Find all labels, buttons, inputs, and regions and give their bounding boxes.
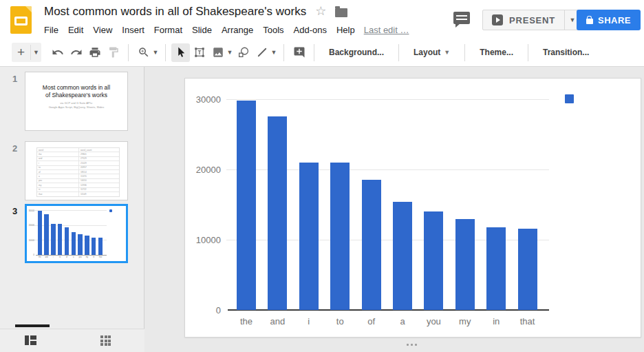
new-slide-button[interactable]: +: [12, 43, 30, 62]
slide-row-2: 2 wordword_countthe29801and27529i21029to…: [0, 141, 144, 205]
line-dropdown[interactable]: ▼: [270, 50, 278, 56]
present-button[interactable]: PRESENT: [483, 10, 564, 30]
table-cell: i: [37, 162, 78, 165]
filmstrip-scroll-indicator[interactable]: [15, 324, 50, 327]
x-axis-category-label: you: [418, 316, 449, 327]
new-slide-dropdown[interactable]: ▼: [31, 43, 41, 62]
menu-bar: FileEditViewInsertFormatSlideArrangeTool…: [39, 23, 409, 37]
transition-button[interactable]: Transition...: [534, 48, 598, 57]
zoom-dropdown[interactable]: ▼: [151, 50, 160, 56]
comments-button[interactable]: [453, 12, 471, 29]
menu-file[interactable]: File: [39, 23, 63, 37]
chart-bar-and: [268, 116, 287, 310]
zoom-button[interactable]: [134, 43, 153, 62]
chart-bar-in: [92, 238, 96, 255]
menu-format[interactable]: Format: [149, 23, 187, 37]
menu-edit[interactable]: Edit: [63, 23, 88, 37]
thumb1-subtitle: via GCP and G Suite APIs: Google Apps Sc…: [25, 101, 127, 109]
bubble-line: [456, 15, 467, 17]
speaker-notes-handle[interactable]: [407, 344, 417, 346]
share-button[interactable]: SHARE: [577, 10, 641, 30]
grid-view-button[interactable]: [100, 335, 111, 346]
paint-format-icon: [107, 46, 120, 59]
table-cell: and: [37, 157, 78, 160]
zoom-icon: [138, 46, 150, 59]
redo-button[interactable]: [67, 43, 85, 62]
slide-row-1: 1 Most common words in all of Shakespear…: [0, 72, 144, 135]
x-axis-category-label: to: [325, 316, 356, 327]
table-cell: to: [37, 166, 78, 169]
toolbar-separator: [283, 44, 284, 61]
slide-thumbnail-3-selected[interactable]: 0100002000030000theanditoofayoumyinthat: [25, 204, 128, 263]
x-axis-category-label: my: [84, 256, 91, 258]
chart-bar-you: [424, 211, 443, 310]
thumb3-mini-chart: 0100002000030000theanditoofayoumyinthat: [27, 206, 126, 261]
view-switcher-bar: [0, 329, 144, 352]
table-cell: 20957: [78, 166, 119, 169]
toolbar-text-buttons: Background...Layout▼Theme...Transition..…: [320, 44, 598, 61]
menu-addons[interactable]: Add-ons: [289, 23, 332, 37]
insert-image-button[interactable]: [208, 43, 227, 62]
document-title[interactable]: Most common words in all of Shakespeare'…: [44, 5, 306, 19]
menu-tools[interactable]: Tools: [258, 23, 288, 37]
chart-bar-in: [486, 227, 506, 310]
folder-icon[interactable]: [335, 8, 347, 17]
add-comment-button[interactable]: [290, 43, 308, 62]
table-cell: 11549: [78, 192, 119, 196]
background-button[interactable]: Background...: [320, 48, 393, 57]
y-axis-tick-label: 30000: [27, 209, 34, 212]
last-edit-link[interactable]: Last edit …: [364, 25, 409, 35]
bar-chart[interactable]: 0100002000030000theanditoofayoumyinthat: [185, 79, 641, 337]
table-cell: my: [37, 184, 78, 187]
layout-button[interactable]: Layout▼: [405, 48, 459, 57]
table-row: that11549: [37, 192, 119, 196]
x-axis-category-label: a: [387, 316, 418, 327]
menu-slide[interactable]: Slide: [187, 23, 217, 37]
print-button[interactable]: [85, 43, 104, 62]
toolbar-separator: [398, 44, 399, 61]
image-dropdown[interactable]: ▼: [226, 50, 234, 56]
slide-thumbnail-1[interactable]: Most common words in all of Shakespeare'…: [25, 72, 128, 131]
insert-line-button[interactable]: [253, 43, 271, 62]
y-axis-tick-label: 20000: [185, 165, 221, 175]
slides-logo-icon[interactable]: [10, 6, 32, 34]
select-tool-button[interactable]: [171, 43, 190, 62]
slide-thumbnail-2[interactable]: wordword_countthe29801and27529i21029to20…: [25, 141, 128, 200]
insert-shape-button[interactable]: [234, 43, 253, 62]
x-axis-category-label: of: [356, 316, 387, 327]
chart-bar-a: [72, 232, 76, 255]
paint-format-button[interactable]: [104, 43, 122, 62]
menu-arrange[interactable]: Arrange: [217, 23, 258, 37]
toolbar-separator: [314, 44, 314, 61]
chart-bar-to: [58, 224, 62, 255]
slide-number: 3: [12, 206, 17, 216]
theme-button[interactable]: Theme...: [471, 48, 522, 57]
toolbar-separator: [128, 44, 129, 61]
menu-help[interactable]: Help: [332, 23, 360, 37]
slide-row-3: 3 0100002000030000theanditoofayoumyintha…: [0, 204, 144, 267]
x-axis-category-label: i: [293, 316, 324, 327]
filmstrip-view-button[interactable]: [25, 335, 36, 345]
play-icon: [492, 14, 503, 25]
x-axis-category-label: to: [56, 256, 63, 258]
table-cell: 14010: [78, 179, 119, 183]
legend-marker: [109, 209, 112, 212]
slide-number: 1: [12, 74, 17, 84]
table-cell: a: [37, 175, 78, 178]
x-axis-category-label: my: [449, 316, 480, 327]
chart-bar-to: [330, 163, 350, 310]
star-icon[interactable]: ☆: [315, 5, 326, 17]
table-cell: you: [37, 179, 78, 182]
undo-button[interactable]: [48, 43, 67, 62]
chart-bar-a: [393, 202, 412, 310]
chart-bar-the: [237, 101, 256, 310]
chart-bar-of: [362, 180, 381, 310]
current-slide[interactable]: 0100002000030000theanditoofayoumyinthat: [184, 78, 641, 338]
x-axis-category-label: that: [512, 316, 543, 327]
toolbar-separator: [464, 44, 465, 61]
menu-view[interactable]: View: [88, 23, 117, 37]
text-box-button[interactable]: [190, 43, 208, 62]
y-axis-tick-label: 10000: [27, 239, 34, 242]
menu-insert[interactable]: Insert: [117, 23, 149, 37]
title-row: Most common words in all of Shakespeare'…: [44, 5, 347, 19]
